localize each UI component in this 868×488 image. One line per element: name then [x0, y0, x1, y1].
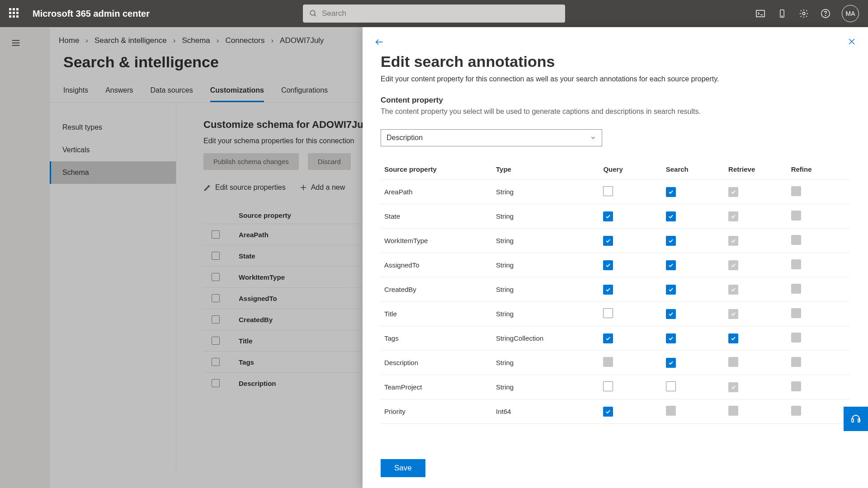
table-row: Priority Int64	[381, 399, 850, 424]
svg-line-1	[314, 14, 316, 16]
acol-search: Search	[662, 159, 725, 180]
refine-checkbox	[791, 235, 801, 245]
search-checkbox	[666, 406, 676, 416]
query-checkbox[interactable]	[603, 236, 613, 246]
table-row: Description String	[381, 351, 850, 375]
query-checkbox[interactable]	[603, 285, 613, 295]
query-checkbox[interactable]	[603, 308, 613, 318]
chevron-down-icon	[590, 135, 596, 141]
cell-type: String	[492, 351, 599, 375]
cell-prop: Tags	[381, 326, 492, 351]
cell-prop: Title	[381, 302, 492, 326]
cell-prop: TeamProject	[381, 375, 492, 399]
cell-type: String	[492, 204, 599, 229]
edit-annotations-panel: Edit search annotations Edit your conten…	[363, 27, 868, 488]
cell-prop: WorkItemType	[381, 229, 492, 253]
table-row: AreaPath String	[381, 180, 850, 204]
refine-checkbox	[791, 186, 801, 196]
panel-close-button[interactable]	[847, 37, 856, 48]
annotations-table: Source property Type Query Search Retrie…	[381, 159, 850, 424]
brand-title: Microsoft 365 admin center	[33, 9, 150, 19]
cell-type: String	[492, 277, 599, 302]
arrow-left-icon	[374, 37, 384, 47]
retrieve-checkbox	[728, 211, 738, 221]
save-button[interactable]: Save	[381, 459, 425, 477]
cell-prop: Description	[381, 351, 492, 375]
search-checkbox[interactable]	[666, 358, 676, 368]
svg-rect-17	[858, 419, 860, 422]
global-search[interactable]	[303, 5, 565, 23]
cell-prop: State	[381, 204, 492, 229]
query-checkbox[interactable]	[603, 186, 613, 196]
refine-checkbox	[791, 308, 801, 318]
cell-type: Int64	[492, 399, 599, 424]
acol-query: Query	[599, 159, 662, 180]
panel-desc: Edit your content property for this conn…	[381, 75, 850, 83]
acol-type: Type	[492, 159, 599, 180]
search-checkbox[interactable]	[666, 260, 676, 270]
table-row: State String	[381, 204, 850, 229]
table-row: WorkItemType String	[381, 229, 850, 253]
refine-checkbox	[791, 381, 801, 391]
search-checkbox[interactable]	[666, 285, 676, 295]
search-checkbox[interactable]	[666, 211, 676, 221]
refine-checkbox	[791, 357, 801, 367]
search-checkbox[interactable]	[666, 236, 676, 246]
retrieve-checkbox	[728, 382, 738, 392]
content-property-select[interactable]: Description	[381, 129, 602, 146]
app-launcher-icon[interactable]	[9, 8, 20, 19]
retrieve-checkbox[interactable]	[728, 333, 738, 343]
acol-source: Source property	[381, 159, 492, 180]
svg-rect-16	[852, 419, 854, 422]
retrieve-checkbox	[728, 260, 738, 270]
app-header: Microsoft 365 admin center MA	[0, 0, 868, 27]
cell-prop: Priority	[381, 399, 492, 424]
global-search-input[interactable]	[322, 9, 559, 18]
panel-title: Edit search annotations	[381, 53, 850, 70]
headset-icon	[850, 413, 861, 424]
phone-icon[interactable]	[777, 8, 788, 19]
query-checkbox[interactable]	[603, 381, 613, 391]
search-checkbox[interactable]	[666, 187, 676, 197]
acol-refine: Refine	[788, 159, 850, 180]
cell-type: String	[492, 229, 599, 253]
avatar[interactable]: MA	[842, 5, 859, 22]
query-checkbox[interactable]	[603, 407, 613, 417]
search-checkbox[interactable]	[666, 309, 676, 319]
retrieve-checkbox	[728, 357, 738, 367]
retrieve-checkbox	[728, 309, 738, 319]
cell-type: StringCollection	[492, 326, 599, 351]
refine-checkbox	[791, 406, 801, 416]
refine-checkbox	[791, 284, 801, 294]
retrieve-checkbox	[728, 187, 738, 197]
cell-type: String	[492, 180, 599, 204]
content-property-desc: The content property you select will be …	[381, 108, 850, 116]
panel-back-button[interactable]	[374, 37, 384, 48]
retrieve-checkbox	[728, 236, 738, 246]
retrieve-checkbox	[728, 406, 738, 416]
help-icon[interactable]	[820, 8, 831, 19]
search-checkbox[interactable]	[666, 381, 676, 391]
cell-prop: AreaPath	[381, 180, 492, 204]
floating-help-button[interactable]	[844, 407, 868, 431]
refine-checkbox	[791, 259, 801, 269]
close-icon	[847, 37, 856, 46]
cell-prop: AssignedTo	[381, 253, 492, 277]
table-row: TeamProject String	[381, 375, 850, 399]
query-checkbox[interactable]	[603, 333, 613, 343]
svg-point-4	[782, 16, 782, 16]
search-icon	[309, 9, 317, 18]
query-checkbox	[603, 357, 613, 367]
query-checkbox[interactable]	[603, 211, 613, 221]
settings-icon[interactable]	[798, 8, 809, 19]
cell-type: String	[492, 302, 599, 326]
svg-point-0	[310, 10, 315, 15]
cell-type: String	[492, 375, 599, 399]
table-row: Title String	[381, 302, 850, 326]
content-property-value: Description	[387, 134, 423, 142]
content-property-heading: Content property	[381, 96, 850, 105]
query-checkbox[interactable]	[603, 260, 613, 270]
svg-point-5	[802, 12, 805, 15]
search-checkbox[interactable]	[666, 333, 676, 343]
console-icon[interactable]	[755, 8, 766, 19]
